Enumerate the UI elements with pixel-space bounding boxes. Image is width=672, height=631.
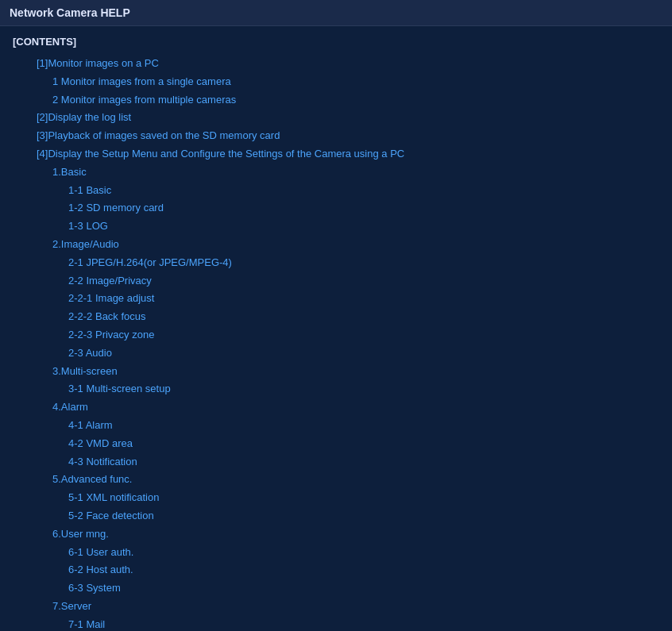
toc-s4-user: 6.User mng. — [52, 526, 659, 543]
toc-s4-2-1: 2-1 JPEG/H.264(or JPEG/MPEG-4) — [68, 255, 659, 271]
toc-link-s4-6-1[interactable]: 6-1 User auth. — [68, 546, 133, 558]
toc-link-section3[interactable]: [3]Playback of images saved on the SD me… — [37, 129, 280, 141]
page-title: Network Camera HELP — [10, 6, 130, 19]
toc-section-1-1: 1 Monitor images from a single camera — [52, 74, 659, 90]
toc-s4-7-1: 7-1 Mail — [68, 617, 659, 631]
toc-link-s4-2[interactable]: 2.Image/Audio — [52, 238, 119, 250]
toc-link-s1-2[interactable]: 2 Monitor images from multiple cameras — [52, 94, 236, 106]
toc-s4-6-3: 6-3 System — [68, 580, 659, 597]
toc-s4-2-2-1: 2-2-1 Image adjust — [68, 290, 659, 307]
toc-link-section1[interactable]: [1]Monitor images on a PC — [37, 57, 159, 69]
toc-link-s4-3-1[interactable]: 3-1 Multi-screen setup — [68, 383, 171, 394]
toc-link-s4-1-3[interactable]: 1-3 LOG — [68, 220, 108, 232]
toc-s4-2-2-3: 2-2-3 Privacy zone — [68, 327, 659, 344]
toc-link-s4-3[interactable]: 3.Multi-screen — [52, 365, 118, 377]
toc-link-s4-7-1[interactable]: 7-1 Mail — [68, 618, 105, 630]
toc-s4-6-1: 6-1 User auth. — [68, 544, 659, 561]
toc-link-s4-1[interactable]: 1.Basic — [52, 166, 87, 178]
toc-s4-alarm: 4.Alarm — [52, 399, 659, 416]
toc-s4-1-1: 1-1 Basic — [68, 183, 659, 199]
toc-s4-basic: 1.Basic — [52, 164, 659, 181]
toc-link-s4-2-2-3[interactable]: 2-2-3 Privacy zone — [68, 329, 154, 341]
toc-s4-6-2: 6-2 Host auth. — [68, 562, 659, 579]
toc-s4-advanced: 5.Advanced func. — [52, 471, 659, 488]
toc-s4-3-1: 3-1 Multi-screen setup — [68, 381, 659, 398]
main-content: [CONTENTS] [1]Monitor images on a PC 1 M… — [0, 26, 672, 631]
toc-s4-4-1: 4-1 Alarm — [68, 417, 659, 434]
toc-s4-image: 2.Image/Audio — [52, 237, 659, 253]
toc-link-s4-4[interactable]: 4.Alarm — [52, 401, 88, 413]
toc-s4-1-2: 1-2 SD memory card — [68, 200, 659, 217]
toc-link-s1-1[interactable]: 1 Monitor images from a single camera — [52, 75, 231, 87]
toc-s4-5-2: 5-2 Face detection — [68, 508, 659, 525]
contents-label: [CONTENTS] — [13, 36, 659, 48]
toc-s4-multi: 3.Multi-screen — [52, 364, 659, 380]
toc-link-s4-6-2[interactable]: 6-2 Host auth. — [68, 564, 133, 575]
toc-section-1: [1]Monitor images on a PC — [37, 56, 659, 72]
toc-link-s4-5-1[interactable]: 5-1 XML notification — [68, 491, 159, 503]
toc-section-4: [4]Display the Setup Menu and Configure … — [37, 146, 659, 163]
toc-s4-4-3: 4-3 Notification — [68, 454, 659, 471]
header: Network Camera HELP — [0, 0, 672, 26]
toc-section-1-2: 2 Monitor images from multiple cameras — [52, 92, 659, 109]
toc-link-s4-2-3[interactable]: 2-3 Audio — [68, 347, 112, 359]
toc-link-s4-5[interactable]: 5.Advanced func. — [52, 473, 132, 485]
toc-s4-server: 7.Server — [52, 598, 659, 615]
toc-s4-1-3: 1-3 LOG — [68, 218, 659, 235]
toc-link-s4-5-2[interactable]: 5-2 Face detection — [68, 510, 154, 521]
toc-link-s4-6[interactable]: 6.User mng. — [52, 528, 109, 540]
toc: [1]Monitor images on a PC 1 Monitor imag… — [13, 56, 659, 631]
toc-s4-2-3: 2-3 Audio — [68, 345, 659, 362]
toc-link-s4-6-3[interactable]: 6-3 System — [68, 582, 121, 594]
toc-s4-2-2: 2-2 Image/Privacy — [68, 273, 659, 290]
toc-s4-4-2: 4-2 VMD area — [68, 436, 659, 452]
toc-section-2: [2]Display the log list — [37, 110, 659, 126]
toc-s4-2-2-2: 2-2-2 Back focus — [68, 309, 659, 325]
toc-link-s4-4-1[interactable]: 4-1 Alarm — [68, 419, 113, 431]
toc-link-s4-1-2[interactable]: 1-2 SD memory card — [68, 202, 164, 214]
toc-link-s4-4-3[interactable]: 4-3 Notification — [68, 456, 137, 467]
toc-link-s4-2-1[interactable]: 2-1 JPEG/H.264(or JPEG/MPEG-4) — [68, 256, 232, 268]
toc-link-section4[interactable]: [4]Display the Setup Menu and Configure … — [37, 148, 404, 160]
toc-s4-5-1: 5-1 XML notification — [68, 490, 659, 506]
toc-link-s4-1-1[interactable]: 1-1 Basic — [68, 184, 111, 196]
toc-link-s4-7[interactable]: 7.Server — [52, 600, 91, 612]
toc-link-s4-2-2[interactable]: 2-2 Image/Privacy — [68, 275, 152, 287]
toc-link-s4-2-2-1[interactable]: 2-2-1 Image adjust — [68, 292, 154, 304]
toc-link-s4-2-2-2[interactable]: 2-2-2 Back focus — [68, 310, 146, 322]
toc-section-3: [3]Playback of images saved on the SD me… — [37, 128, 659, 144]
toc-link-section2[interactable]: [2]Display the log list — [37, 111, 131, 123]
toc-link-s4-4-2[interactable]: 4-2 VMD area — [68, 437, 133, 449]
